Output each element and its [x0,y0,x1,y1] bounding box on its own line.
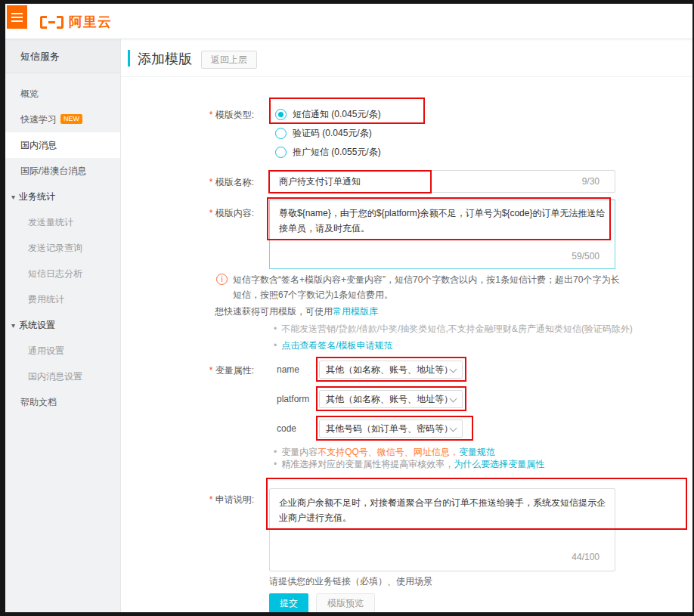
bullet-dot: • [274,447,277,457]
sidebar-title: 短信服务 [5,39,120,73]
var-name-dropdown[interactable]: 其他（如名称、账号、地址等） [319,361,463,379]
aliyun-logo[interactable]: 阿里云 [40,13,112,31]
hamburger-menu-icon[interactable] [7,5,27,29]
var-name-label: name [277,364,299,375]
logo-bracket-left [40,16,47,29]
var-bullet-2: •精准选择对应的变量属性将提高审核效率，为什么要选择变量属性 [274,458,544,470]
logo-bracket-right [57,16,64,29]
content-char-counter: 59/500 [572,249,600,264]
bullet-dot: • [274,340,277,351]
template-type-label: 模版类型: [121,109,254,122]
rule-bullet-1: •不能发送营销/贷款/借款/中奖/抽奖类短信,不支持金融理财&房产通知类短信(验… [274,320,633,337]
sidebar-item-sms-log-analysis[interactable]: 短信日志分析 [5,261,120,286]
var-code-dropdown[interactable]: 其他号码（如订单号、密码等） [319,419,463,438]
logo-text: 阿里云 [69,13,112,31]
quick-template-tip: 想快速获得可用模版，可使用常用模版库 [215,305,378,318]
sidebar-item-domestic-messages[interactable]: 国内消息 [5,132,120,158]
page-title: 添加模版 [138,50,192,68]
variable-spec-link[interactable]: 变量规范 [459,447,495,457]
var-code-label: code [277,423,296,434]
sidebar-item-send-volume-stats[interactable]: 发送量统计 [5,209,120,235]
template-library-link[interactable]: 常用模版库 [333,306,378,317]
var-platform-dropdown[interactable]: 其他（如名称、账号、地址等） [319,390,463,408]
application-desc-label: 申请说明: [121,494,254,506]
sidebar-item-help-docs[interactable]: 帮助文档 [5,389,120,415]
sidebar: 短信服务 概览 快速学习NEW 国内消息 国际/港澳台消息 业务统计 发送量统计… [5,39,121,612]
info-icon: i [216,274,228,285]
sidebar-group-business-stats[interactable]: 业务统计 [5,184,120,209]
name-char-counter: 9/30 [582,176,600,187]
template-preview-button[interactable]: 模版预览 [316,593,375,612]
spec-link[interactable]: 点击查看签名/模板申请规范 [281,340,392,351]
sidebar-item-quick-learn[interactable]: 快速学习NEW [5,107,120,132]
business-link-hint: 请提供您的业务链接（必填）、使用场景 [269,575,432,588]
variable-attr-label: 变量属性: [121,364,254,377]
template-content-textarea[interactable]: 尊敬${name}，由于您的${platform}余额不足，订单号为${code… [269,200,615,269]
main-content: 添加模版 返回上层 模版类型: 短信通知 (0.045元/条) 验证码 (0.0… [121,39,692,612]
console-page: 阿里云 短信服务 概览 快速学习NEW 国内消息 国际/港澳台消息 业务统计 发… [5,4,692,612]
back-button[interactable]: 返回上层 [201,51,257,69]
top-bar: 阿里云 [5,4,692,39]
logo-dash [48,21,55,23]
sidebar-item-general-settings[interactable]: 通用设置 [5,338,120,364]
radio-icon[interactable] [275,128,287,139]
template-type-radio-group: 短信通知 (0.045元/条) 验证码 (0.045元/条) 推广短信 (0.0… [275,105,381,162]
page-header: 添加模版 返回上层 [121,39,692,77]
var-bullet-1: •变量内容不支持QQ号、微信号、网址信息，变量规范 [274,446,544,458]
sidebar-group-system-settings[interactable]: 系统设置 [5,312,120,338]
caret-down-icon [11,191,19,202]
submit-button[interactable]: 提交 [269,593,308,612]
sidebar-item-domestic-message-settings[interactable]: 国内消息设置 [5,364,120,389]
sidebar-item-intl-messages[interactable]: 国际/港澳台消息 [5,158,120,184]
bullet-dot: • [274,459,277,469]
radio-sms-notification[interactable]: 短信通知 (0.045元/条) [275,105,381,124]
application-desc-textarea[interactable]: 企业商户余额不足时，对接餐道聚合平台的订单不推送给骑手，系统发短信提示企业商户进… [269,488,615,571]
radio-icon[interactable] [275,147,287,158]
template-content-label: 模版内容: [121,207,254,220]
sidebar-item-cost-stats[interactable]: 费用统计 [5,286,120,312]
why-variable-attr-link[interactable]: 为什么要选择变量属性 [454,459,544,469]
application-char-counter: 44/100 [572,549,600,565]
template-name-input[interactable]: 商户待支付订单通知 9/30 [269,170,615,193]
content-rule-bullets: •不能发送营销/贷款/借款/中奖/抽奖类短信,不支持金融理财&房产通知类短信(验… [274,320,633,354]
bullet-dot: • [274,323,277,334]
caret-down-icon [11,320,19,330]
radio-promo-sms[interactable]: 推广短信 (0.055元/条) [275,143,381,162]
rule-bullet-2: •点击查看签名/模板申请规范 [274,337,633,354]
sidebar-item-overview[interactable]: 概览 [5,81,120,107]
title-accent-bar [128,50,130,67]
variable-rule-bullets: •变量内容不支持QQ号、微信号、网址信息，变量规范 •精准选择对应的变量属性将提… [274,446,544,470]
radio-verification-code[interactable]: 验证码 (0.045元/条) [275,124,381,143]
new-badge: NEW [60,114,82,124]
var-platform-label: platform [277,394,309,404]
radio-selected-icon[interactable] [275,109,287,120]
sms-count-note: i 短信字数含“签名+模版内容+变量内容”，短信70个字数含以内，按1条短信计费… [216,272,628,302]
sidebar-item-send-record-query[interactable]: 发送记录查询 [5,235,120,261]
template-name-label: 模版名称: [121,176,254,189]
